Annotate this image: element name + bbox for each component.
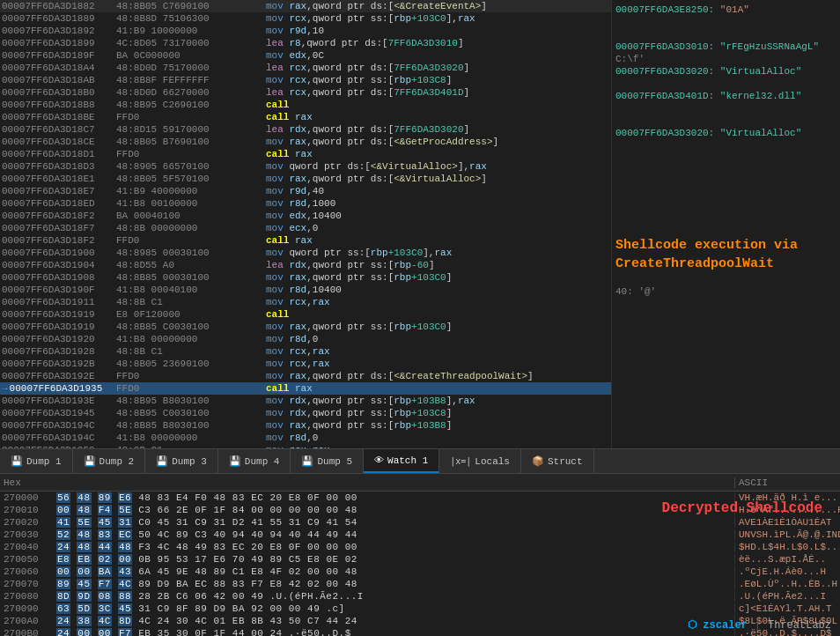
hex-row-ascii: .ºCjE.H.Áè0...H: [734, 566, 840, 577]
disasm-row[interactable]: 00007FF6DA3D18994C:8D05 73170000lea r8,q…: [0, 37, 611, 49]
disasm-row[interactable]: →00007FF6DA3D1935FFD0call rax: [0, 382, 611, 395]
arrow-indicator: →: [2, 383, 8, 394]
disasm-bytes: 48:8985 00030100: [114, 247, 264, 259]
disasm-bytes: 41:B8 00100000: [114, 197, 264, 210]
hex-row[interactable]: 27001000 48 F4 5E C3 66 2E 0F 1F 84 00 0…: [0, 504, 840, 516]
hex-row[interactable]: 27009063 5D 3C 45 31 C9 8F 89 D9 BA 92 0…: [0, 603, 840, 615]
disasm-bytes: FFD0: [114, 234, 264, 247]
disasm-row[interactable]: 00007FF6DA3D189241:B9 10000000mov r9d,10: [0, 25, 611, 37]
disasm-row[interactable]: 00007FF6DA3D18E741:B9 40000000mov r9d,40: [0, 185, 611, 197]
hex-row-addr: 270020: [0, 517, 53, 528]
disasm-row[interactable]: 00007FF6DA3D18B848:8B95 C2690100call: [0, 99, 611, 111]
hex-col-ascii: ASCII: [734, 477, 840, 488]
disasm-row[interactable]: 00007FF6DA3D190848:8B85 00030100mov rax,…: [0, 271, 611, 284]
disasm-instr: mov rax,qword ptr ss:[rbp+103C0]: [264, 271, 611, 284]
dump4-label: Dump 4: [245, 456, 280, 467]
disasm-row[interactable]: 00007FF6DA3D18F748:8B 00000000mov ecx,0: [0, 222, 611, 234]
right-comment-3: 00007FF6DA3D3020: "VirtualAlloc": [615, 65, 836, 78]
disasm-addr: 00007FF6DA3D1950: [0, 444, 114, 449]
disasm-addr: 00007FF6DA3D189F: [0, 49, 114, 62]
disasm-row[interactable]: 00007FF6DA3D18ED41:B8 00100000mov r8d,10…: [0, 197, 611, 210]
disasm-instr: mov rcx,qword ptr ss:[rbp+103C0],rax: [264, 12, 611, 25]
tab-dump1[interactable]: 💾 Dump 1: [0, 449, 73, 473]
disasm-row[interactable]: 00007FF6DA3D190F41:B8 00040100mov r8d,10…: [0, 284, 611, 296]
disasm-row[interactable]: 00007FF6DA3D194548:8B95 C0030100mov rdx,…: [0, 407, 611, 419]
disasm-addr: 00007FF6DA3D18B0: [0, 86, 114, 99]
disasm-addr: 00007FF6DA3D193E: [0, 395, 114, 407]
hex-row[interactable]: 27006000 00 BA 43 6A 45 9E 48 89 C1 E8 4…: [0, 566, 840, 578]
disasm-instr: call rax: [264, 148, 611, 160]
dump3-label: Dump 3: [172, 456, 207, 467]
disasm-bytes: 41:B8 00000000: [114, 432, 264, 444]
disasm-bytes: 48:8B05 23690100: [114, 358, 264, 370]
disasm-row[interactable]: 00007FF6DA3D18D1FFD0call rax: [0, 148, 611, 160]
disasm-bytes: 48:8B85 C0030100: [114, 321, 264, 333]
hex-row[interactable]: 2700808D 9D 08 88 28 2B C6 06 42 00 49 .…: [0, 590, 840, 603]
disasm-instr: call rax: [264, 234, 611, 247]
disasm-row[interactable]: 00007FF6DA3D193E48:8B95 B8030100mov rdx,…: [0, 395, 611, 407]
disasm-bytes: 48:8B C1: [114, 444, 264, 449]
disasm-addr: 00007FF6DA3D1920: [0, 333, 114, 345]
hex-row[interactable]: 27000056 48 89 E6 48 83 E4 F0 48 83 EC 2…: [0, 492, 840, 504]
disasm-instr: lea rdx,qword ptr ds:[7FF6DA3D3020]: [264, 123, 611, 136]
disasm-row[interactable]: 00007FF6DA3D18F2FFD0call rax: [0, 234, 611, 247]
disasm-bytes: FFD0: [114, 148, 264, 160]
disasm-row[interactable]: 00007FF6DA3D18D348:8905 66570100mov qwor…: [0, 160, 611, 173]
hex-row[interactable]: 27003052 48 83 EC 50 4C 89 C3 40 94 40 9…: [0, 529, 840, 541]
disasm-row[interactable]: 00007FF6DA3D194C41:B8 00000000mov r8d,0: [0, 432, 611, 444]
tab-dump3[interactable]: 💾 Dump 3: [145, 449, 218, 473]
disasm-row[interactable]: 00007FF6DA3D18A448:8D0D 75170000lea rcx,…: [0, 62, 611, 74]
hex-row-ascii: H.ô^Ãf...........H: [734, 505, 840, 515]
disasm-addr: 00007FF6DA3D18E1: [0, 173, 114, 185]
disasm-addr: 00007FF6DA3D194C: [0, 432, 114, 444]
disasm-row[interactable]: 00007FF6DA3D18F2BA 00040100mov edx,10400: [0, 210, 611, 222]
hex-row-addr: 270090: [0, 603, 53, 614]
disasm-row[interactable]: 00007FF6DA3D192EFFD0mov rax,qword ptr ds…: [0, 370, 611, 382]
disasm-instr: mov edx,10400: [264, 210, 611, 222]
disasm-addr: 00007FF6DA3D18F7: [0, 222, 114, 234]
disasm-row[interactable]: 00007FF6DA3D191148:8B C1mov rcx,rax: [0, 296, 611, 308]
tab-dump5[interactable]: 💾 Dump 5: [291, 449, 364, 473]
tab-struct[interactable]: 📦 Struct: [521, 449, 594, 473]
disasm-row[interactable]: 00007FF6DA3D18AB48:8B8F FEFFFFFFmov rcx,…: [0, 74, 611, 86]
tab-dump4[interactable]: 💾 Dump 4: [218, 449, 291, 473]
hex-row-addr: 2700B0: [0, 628, 53, 636]
disasm-row[interactable]: 00007FF6DA3D18BEFFD0call rax: [0, 111, 611, 123]
disasm-row[interactable]: 00007FF6DA3D18C748:8D15 59170000lea rdx,…: [0, 123, 611, 136]
tab-watch1[interactable]: 👁 Watch 1: [364, 449, 439, 473]
disasm-row[interactable]: 00007FF6DA3D1919E8 0F120000call: [0, 308, 611, 321]
disasm-row[interactable]: 00007FF6DA3D188248:8B05 C7690100mov rax,…: [0, 0, 611, 12]
hex-row-ascii: VH.æH.äð H.ì e...: [734, 492, 840, 503]
disasm-row[interactable]: 00007FF6DA3D195048:8B C1mov rcx,rax: [0, 444, 611, 449]
tab-locals[interactable]: |x=| Locals: [439, 449, 521, 473]
disasm-addr: 00007FF6DA3D18F2: [0, 234, 114, 247]
disasm-instr: mov rax,qword ptr ds:[<&CreateThreadpool…: [264, 370, 611, 382]
disasm-row[interactable]: 00007FF6DA3D191948:8B85 C0030100mov rax,…: [0, 321, 611, 333]
hex-row-addr: 2700A0: [0, 616, 53, 626]
dump5-icon: 💾: [301, 455, 313, 467]
disasm-addr: 00007FF6DA3D1904: [0, 259, 114, 271]
hex-row[interactable]: 27007089 45 F7 4C 89 D9 BA EC 88 83 F7 E…: [0, 578, 840, 590]
disasm-row[interactable]: 00007FF6DA3D194C48:8B85 B8030100mov rax,…: [0, 419, 611, 432]
disasm-row[interactable]: 00007FF6DA3D192848:8B C1mov rcx,rax: [0, 345, 611, 358]
disasm-addr: 00007FF6DA3D18F2: [0, 210, 114, 222]
disasm-row[interactable]: 00007FF6DA3D18B048:8D0D 66270000lea rcx,…: [0, 86, 611, 99]
disasm-addr: 00007FF6DA3D192E: [0, 370, 114, 382]
disasm-addr: 00007FF6DA3D1911: [0, 296, 114, 308]
disasm-row[interactable]: 00007FF6DA3D18E148:8B05 5F570100mov rax,…: [0, 173, 611, 185]
disasm-bytes: 48:8B 00000000: [114, 222, 264, 234]
disasm-row[interactable]: 00007FF6DA3D18CE48:8B05 B7690100mov rax,…: [0, 136, 611, 148]
disasm-addr: 00007FF6DA3D18A4: [0, 62, 114, 74]
hex-row[interactable]: 27002041 5E 45 31 C0 45 31 C9 31 D2 41 5…: [0, 516, 840, 529]
disasm-bytes: 41:B9 40000000: [114, 185, 264, 197]
disasm-row[interactable]: 00007FF6DA3D192B48:8B05 23690100mov rcx,…: [0, 358, 611, 370]
main-container: 00007FF6DA3D188248:8B05 C7690100mov rax,…: [0, 0, 840, 636]
disasm-row[interactable]: 00007FF6DA3D190448:8D55 A0lea rdx,qword …: [0, 259, 611, 271]
tab-dump2[interactable]: 💾 Dump 2: [73, 449, 146, 473]
hex-row[interactable]: 270050E8 EB 02 00 0B 95 53 17 E6 70 49 8…: [0, 553, 840, 566]
disasm-row[interactable]: 00007FF6DA3D190048:8985 00030100mov qwor…: [0, 247, 611, 259]
disasm-row[interactable]: 00007FF6DA3D188948:8B8D 75106300mov rcx,…: [0, 12, 611, 25]
disasm-row[interactable]: 00007FF6DA3D189FBA 0C000000mov edx,0C: [0, 49, 611, 62]
hex-row[interactable]: 27004024 48 44 48 F3 4C 48 49 83 EC 20 E…: [0, 541, 840, 553]
disasm-row[interactable]: 00007FF6DA3D192041:B8 00000000mov r8d,0: [0, 333, 611, 345]
